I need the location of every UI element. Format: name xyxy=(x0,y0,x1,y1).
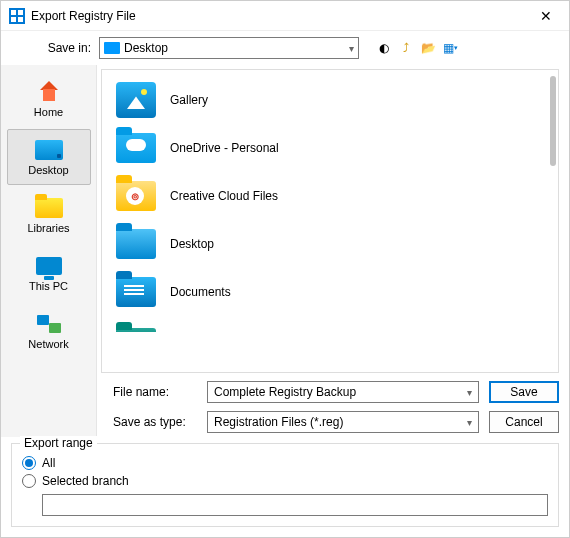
cancel-button[interactable]: Cancel xyxy=(489,411,559,433)
file-list[interactable]: Gallery OneDrive - Personal ⊚ Creative C… xyxy=(101,69,559,373)
new-folder-button[interactable]: 📂 xyxy=(419,39,437,57)
desktop-folder-icon xyxy=(116,229,156,259)
place-network[interactable]: Network xyxy=(7,303,91,359)
filename-combo[interactable]: Complete Registry Backup ▾ xyxy=(207,381,479,403)
file-item-partial[interactable] xyxy=(108,316,552,332)
radio-all-label: All xyxy=(42,456,55,470)
saveastype-combo[interactable]: Registration Files (*.reg) ▾ xyxy=(207,411,479,433)
svg-rect-4 xyxy=(18,17,23,22)
place-label: Home xyxy=(34,106,63,118)
radio-selected-row[interactable]: Selected branch xyxy=(22,474,548,488)
onedrive-icon xyxy=(116,133,156,163)
file-item-creativecloud[interactable]: ⊚ Creative Cloud Files xyxy=(108,172,552,220)
file-item-desktop[interactable]: Desktop xyxy=(108,220,552,268)
file-label: Desktop xyxy=(170,237,214,251)
gallery-icon xyxy=(116,82,156,118)
file-area: Gallery OneDrive - Personal ⊚ Creative C… xyxy=(97,65,569,437)
documents-icon xyxy=(116,277,156,307)
radio-selected-branch[interactable] xyxy=(22,474,36,488)
places-bar: Home Desktop Libraries This PC Network xyxy=(1,65,97,437)
save-in-row: Save in: Desktop ▾ ◐ ⤴ 📂 ▦▾ xyxy=(1,31,569,65)
folder-icon xyxy=(104,42,120,54)
file-label: Gallery xyxy=(170,93,208,107)
monitor-icon xyxy=(36,257,62,275)
radio-selected-label: Selected branch xyxy=(42,474,129,488)
file-label: OneDrive - Personal xyxy=(170,141,279,155)
regedit-icon xyxy=(9,8,25,24)
creativecloud-icon: ⊚ xyxy=(116,181,156,211)
export-range-group: Export range All Selected branch xyxy=(11,443,559,527)
saveastype-value: Registration Files (*.reg) xyxy=(214,415,343,429)
place-thispc[interactable]: This PC xyxy=(7,245,91,301)
file-item-documents[interactable]: Documents xyxy=(108,268,552,316)
place-libraries[interactable]: Libraries xyxy=(7,187,91,243)
network-icon xyxy=(37,315,61,333)
radio-all[interactable] xyxy=(22,456,36,470)
dialog-title: Export Registry File xyxy=(31,9,531,23)
save-button[interactable]: Save xyxy=(489,381,559,403)
views-button[interactable]: ▦▾ xyxy=(441,39,459,57)
svg-rect-1 xyxy=(11,10,16,15)
toolbar-icons: ◐ ⤴ 📂 ▦▾ xyxy=(375,39,459,57)
radio-all-row[interactable]: All xyxy=(22,456,548,470)
chevron-down-icon: ▾ xyxy=(349,43,354,54)
save-in-label: Save in: xyxy=(11,41,91,55)
filename-value: Complete Registry Backup xyxy=(214,385,356,399)
libraries-icon xyxy=(35,198,63,218)
svg-rect-3 xyxy=(11,17,16,22)
chevron-down-icon: ▾ xyxy=(467,417,472,428)
saveastype-row: Save as type: Registration Files (*.reg)… xyxy=(97,407,569,437)
saveastype-label: Save as type: xyxy=(107,415,197,429)
desktop-icon xyxy=(35,140,63,160)
main-area: Home Desktop Libraries This PC Network xyxy=(1,65,569,437)
home-icon xyxy=(36,81,62,103)
titlebar: Export Registry File ✕ xyxy=(1,1,569,31)
up-button[interactable]: ⤴ xyxy=(397,39,415,57)
place-desktop[interactable]: Desktop xyxy=(7,129,91,185)
filename-label: File name: xyxy=(107,385,197,399)
place-label: Desktop xyxy=(28,164,68,176)
place-label: This PC xyxy=(29,280,68,292)
place-label: Network xyxy=(28,338,68,350)
branch-input[interactable] xyxy=(42,494,548,516)
back-button[interactable]: ◐ xyxy=(375,39,393,57)
scrollbar[interactable] xyxy=(550,76,556,166)
file-item-onedrive[interactable]: OneDrive - Personal xyxy=(108,124,552,172)
close-button[interactable]: ✕ xyxy=(531,1,561,31)
file-item-gallery[interactable]: Gallery xyxy=(108,76,552,124)
svg-rect-2 xyxy=(18,10,23,15)
filename-row: File name: Complete Registry Backup ▾ Sa… xyxy=(97,377,569,407)
save-in-value: Desktop xyxy=(124,41,168,55)
place-home[interactable]: Home xyxy=(7,71,91,127)
place-label: Libraries xyxy=(27,222,69,234)
export-range-legend: Export range xyxy=(20,436,97,450)
folder-icon xyxy=(116,328,156,332)
file-label: Documents xyxy=(170,285,231,299)
chevron-down-icon: ▾ xyxy=(467,387,472,398)
file-label: Creative Cloud Files xyxy=(170,189,278,203)
export-registry-dialog: Export Registry File ✕ Save in: Desktop … xyxy=(0,0,570,538)
save-in-combo[interactable]: Desktop ▾ xyxy=(99,37,359,59)
